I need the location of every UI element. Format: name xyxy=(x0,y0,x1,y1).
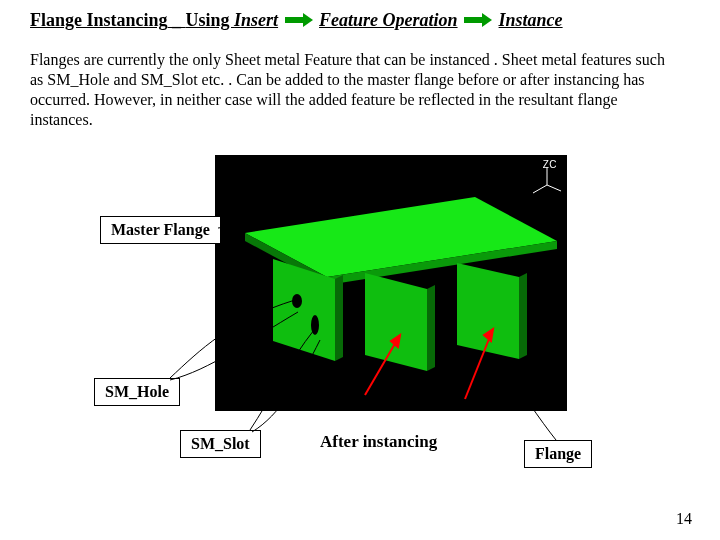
body-paragraph: Flanges are currently the only Sheet met… xyxy=(30,50,670,130)
title-sep: _ xyxy=(168,10,186,30)
svg-marker-17 xyxy=(519,273,527,359)
page-title: Flange Instancing _ Using Insert Feature… xyxy=(30,10,563,32)
title-using: Using xyxy=(186,10,235,30)
title-prefix: Flange Instancing xyxy=(30,10,168,30)
arrow-icon xyxy=(464,11,492,32)
svg-rect-0 xyxy=(285,17,303,23)
svg-marker-1 xyxy=(303,13,313,27)
cad-viewport: ZC xyxy=(215,155,567,411)
title-step1: Insert xyxy=(234,10,278,30)
svg-point-13 xyxy=(311,315,319,335)
svg-line-6 xyxy=(547,185,561,191)
page-number: 14 xyxy=(676,510,692,528)
svg-marker-15 xyxy=(427,285,435,371)
svg-rect-2 xyxy=(464,17,482,23)
label-master-flange: Master Flange xyxy=(100,216,221,244)
svg-point-12 xyxy=(292,294,302,308)
label-flange: Flange xyxy=(524,440,592,468)
label-sm-hole: SM_Hole xyxy=(94,378,180,406)
arrow-icon xyxy=(285,11,313,32)
svg-line-5 xyxy=(533,185,547,193)
title-step2: Feature Operation xyxy=(319,10,458,30)
cad-part-icon xyxy=(215,155,567,411)
caption-after-instancing: After instancing xyxy=(320,432,437,452)
axis-label: ZC xyxy=(543,159,557,170)
svg-marker-16 xyxy=(457,263,519,359)
svg-marker-3 xyxy=(482,13,492,27)
label-sm-slot: SM_Slot xyxy=(180,430,261,458)
title-step3: Instance xyxy=(499,10,563,30)
svg-marker-14 xyxy=(365,273,427,371)
svg-marker-11 xyxy=(335,275,343,361)
